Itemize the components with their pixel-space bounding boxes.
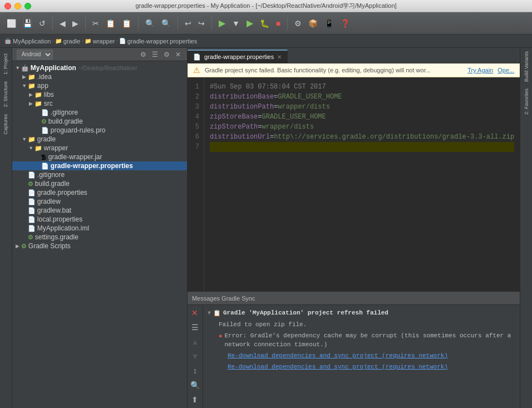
tree-item-wrapper-dir[interactable]: ▼ 📁 wrapper: [12, 144, 187, 153]
try-again-link[interactable]: Try Again: [467, 67, 493, 73]
tab-label: gradle-wrapper.properties: [204, 53, 274, 60]
down-btn[interactable]: ▼: [190, 351, 200, 362]
chevron-down-icon-gradle: ▼: [21, 136, 28, 142]
favorites-label[interactable]: 2: Favorites: [523, 85, 530, 118]
open-link[interactable]: Ope...: [497, 67, 514, 73]
android-selector[interactable]: Android Project: [17, 50, 53, 60]
tree-item-app[interactable]: ▼ 📁 app: [12, 81, 187, 90]
redownload-link-2[interactable]: Re-download dependencies and sync projec…: [228, 362, 448, 371]
tab-close-icon[interactable]: ✕: [277, 54, 282, 60]
panel-gear-icon[interactable]: ⚙: [139, 50, 148, 59]
tree-item-gradle-props[interactable]: 📄 gradle.properties: [12, 188, 187, 197]
main-layout: 1: Project 2: Structure Captures Android…: [0, 48, 532, 408]
close-button[interactable]: [4, 3, 11, 9]
toolbar-searchmore-btn[interactable]: 🔍: [159, 18, 173, 29]
toolbar-runapp-btn[interactable]: ▶: [244, 17, 255, 30]
tree-item-gitignore-root[interactable]: 📄 .gitignore: [12, 170, 187, 179]
maximize-button[interactable]: [24, 3, 31, 9]
toolbar-avd-btn[interactable]: 📱: [322, 18, 336, 29]
collapse-btn[interactable]: ☰: [190, 322, 200, 333]
tree-item-src[interactable]: ▶ 📁 src: [12, 99, 187, 108]
toolbar-save-btn[interactable]: 💾: [21, 18, 35, 29]
traffic-lights[interactable]: [4, 3, 31, 9]
tree-item-gradlew-bat[interactable]: 📄 gradlew.bat: [12, 206, 187, 215]
breadcrumb-wrapper[interactable]: 📁 wrapper: [85, 38, 115, 45]
tree-label-myapp-iml: MyApplication.iml: [37, 224, 89, 232]
tree-item-gitignore-app[interactable]: 📄 .gitignore: [12, 108, 187, 117]
tab-gradle-wrapper-props[interactable]: 📄 gradle-wrapper.properties ✕: [188, 50, 288, 63]
tree-item-wrapper-jar[interactable]: 🗜 gradle-wrapper.jar: [12, 153, 187, 161]
toolbar-sdk-btn[interactable]: 📦: [306, 18, 320, 29]
chevron-down-icon-wrapper: ▼: [28, 145, 35, 151]
build-variants-label[interactable]: Build Variants: [523, 48, 530, 85]
toolbar-debug-btn[interactable]: 🐛: [258, 18, 272, 29]
breadcrumb-gradle[interactable]: 📁 gradle: [55, 38, 81, 45]
line-num-1: 1: [192, 82, 199, 92]
toolbar-sync-btn[interactable]: ↺: [37, 18, 48, 29]
code-content[interactable]: #Sun Sep 03 07:58:04 CST 2017 distributi…: [204, 77, 520, 291]
line-num-7: 7: [192, 142, 199, 152]
error-icon: ●: [219, 332, 223, 341]
breadcrumb-file[interactable]: 📄 gradle-wrapper.properties: [119, 38, 197, 45]
toolbar-forward-btn[interactable]: ▶: [70, 18, 81, 29]
toolbar-help-btn[interactable]: ❓: [338, 18, 352, 29]
tree-item-gradle-scripts[interactable]: ▶ ⚙ Gradle Scripts: [12, 242, 187, 250]
panel-layout-icon[interactable]: ☰: [150, 50, 160, 59]
sidebar-structure-label[interactable]: 2: Structure: [2, 78, 9, 111]
up-btn[interactable]: ▲: [190, 336, 200, 347]
bottom-content: ✕ ☰ ▲ ▼ ↕ 🔍 ⬆ ❓ ▼ 📋 Gradle 'MyApplicatio…: [188, 305, 520, 408]
tree-item-myapp-iml[interactable]: 📄 MyApplication.iml: [12, 224, 187, 233]
toolbar-undo-btn[interactable]: ↩: [183, 18, 194, 29]
tree-label-app: app: [37, 82, 48, 90]
project-panel-header: Android Project ⚙ ☰ ⚙ ✕: [12, 48, 187, 61]
android-icon: 🤖: [4, 38, 11, 44]
breadcrumb-sep-1: ›: [52, 38, 53, 44]
toolbar-new-btn[interactable]: ⬜: [4, 18, 18, 29]
toolbar-back-btn[interactable]: ◀: [57, 18, 68, 29]
toolbar-cut-btn[interactable]: ✂: [90, 18, 101, 29]
msg-row-link1: Re-download dependencies and sync projec…: [208, 350, 515, 361]
breadcrumb-myapp[interactable]: 🤖 MyApplication: [4, 38, 51, 45]
minimize-button[interactable]: [14, 3, 21, 9]
title-bar: gradle-wrapper.properties - My Applicati…: [0, 0, 532, 12]
toolbar-search-btn[interactable]: 🔍: [143, 18, 157, 29]
toolbar-run-btn[interactable]: ▶: [216, 17, 228, 30]
autoscroll-btn[interactable]: ↕: [192, 365, 198, 376]
code-line-2: distributionBase=GRADLE_USER_HOME: [210, 92, 514, 102]
tree-item-gradle-dir[interactable]: ▼ 📁 gradle: [12, 135, 187, 144]
toolbar-paste-btn[interactable]: 📋: [120, 18, 134, 29]
redownload-link-1[interactable]: Re-download dependencies and sync projec…: [228, 351, 448, 360]
tree-item-settings-gradle[interactable]: ⚙ settings.gradle: [12, 233, 187, 242]
bottom-messages: ▼ 📋 Gradle 'MyApplication' project refre…: [203, 305, 520, 408]
code-editor: 1 2 3 4 5 6 7 #Sun Sep 03 07:58:04 CST 2…: [188, 77, 520, 291]
tree-item-libs[interactable]: ▶ 📁 libs: [12, 90, 187, 99]
breadcrumb-gradle-label: gradle: [63, 38, 81, 45]
code-line-6: distributionUrl=http\://services.gradle.…: [210, 132, 514, 142]
msg-expand-icon[interactable]: ▼: [208, 309, 211, 318]
breadcrumb-myapp-label: MyApplication: [13, 38, 51, 45]
tree-item-gradlew[interactable]: 📄 gradlew: [12, 197, 187, 206]
filter-btn[interactable]: 🔍: [189, 380, 201, 391]
clear-btn[interactable]: ✕: [190, 307, 199, 318]
tree-item-proguard[interactable]: 📄 proguard-rules.pro: [12, 126, 187, 135]
gradle-scripts-icon: ⚙: [21, 243, 27, 250]
toolbar-gradle-btn[interactable]: ⚙: [292, 18, 304, 29]
toolbar-runcfg-btn[interactable]: ▼: [230, 18, 242, 29]
sidebar-project-label[interactable]: 1: Project: [2, 50, 9, 78]
tree-item-local-props[interactable]: 📄 local.properties: [12, 215, 187, 224]
toolbar-stop-btn[interactable]: ■: [274, 18, 283, 29]
tree-item-wrapper-props[interactable]: 📄 gradle-wrapper.properties: [12, 161, 187, 170]
tree-item-buildgradle-root[interactable]: ⚙ build.gradle: [12, 179, 187, 188]
export-btn[interactable]: ⬆: [190, 394, 199, 405]
panel-settings-icon[interactable]: ⚙: [162, 50, 171, 59]
editor-area: 📄 gradle-wrapper.properties ✕ ⚠ Gradle p…: [188, 48, 520, 291]
sidebar-captures-label[interactable]: Captures: [2, 111, 9, 138]
tree-item-buildgradle-app[interactable]: ⚙ build.gradle: [12, 117, 187, 126]
tree-item-root[interactable]: ▼ 🤖 MyApplication ~/Desktop/ReactNative/: [12, 63, 187, 72]
panel-close-icon[interactable]: ✕: [174, 50, 183, 59]
toolbar-copy-btn[interactable]: 📋: [104, 18, 117, 29]
toolbar-redo-btn[interactable]: ↪: [196, 18, 207, 29]
tree-item-idea[interactable]: ▶ 📁 .idea: [12, 72, 187, 81]
folder-src-icon: 📁: [35, 100, 42, 107]
folder-app-icon: 📁: [28, 82, 36, 90]
